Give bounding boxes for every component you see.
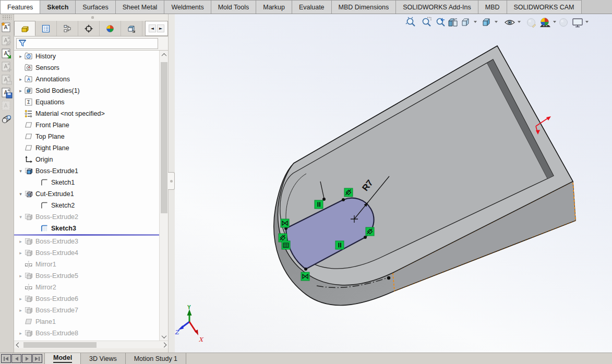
panel-collapse-handle[interactable] <box>168 172 175 190</box>
tab-evaluate[interactable]: Evaluate <box>292 0 332 14</box>
tree-item-boss-extrude6[interactable]: ▸Boss-Extrude6 <box>14 293 159 305</box>
tree-item-boss-extrude2[interactable]: ▾Boss-Extrude2 <box>14 211 159 223</box>
tree-item-boss-extrude3[interactable]: ▸Boss-Extrude3 <box>14 236 159 247</box>
tree-item-boss-extrude1[interactable]: ▾Boss-Extrude1 <box>14 165 159 177</box>
panel-filter-row <box>14 37 168 51</box>
tree-item-boss-extrude5[interactable]: ▸Boss-Extrude5 <box>14 270 159 282</box>
bottom-tab-3d-views[interactable]: 3D Views <box>81 353 126 364</box>
expand-arrow-icon[interactable]: ▸ <box>17 273 24 278</box>
nav-last-icon[interactable] <box>32 354 42 363</box>
relation-badge-parallel[interactable] <box>315 200 323 209</box>
expand-arrow-icon[interactable]: ▸ <box>17 250 24 256</box>
sketch-point[interactable] <box>342 198 345 201</box>
chain-dimension-icon[interactable] <box>1 113 13 125</box>
expand-arrow-icon[interactable]: ▸ <box>17 308 24 313</box>
nav-first-icon[interactable] <box>1 354 11 363</box>
tree-item-history[interactable]: ▸History <box>14 51 159 62</box>
tab-features[interactable]: Features <box>0 0 40 14</box>
tree-item-cut-extrude1[interactable]: ▾Cut-Extrude1 <box>14 188 159 200</box>
expand-arrow-icon[interactable]: ▾ <box>17 168 24 174</box>
tree-item-annotations[interactable]: ▸AAnnotations <box>14 74 159 85</box>
panel-tab-scrollers[interactable]: ◄► <box>145 21 168 36</box>
extrude-gray-icon <box>24 213 33 221</box>
tree-item-mirror2[interactable]: Mirror2 <box>14 282 159 293</box>
relation-badge-parallel[interactable] <box>335 241 344 249</box>
tree-item-solid-bodies-1[interactable]: ▸Solid Bodies(1) <box>14 85 159 96</box>
nav-next-icon[interactable] <box>22 354 32 363</box>
relation-badge-on-surface[interactable] <box>282 241 290 249</box>
style-new-icon[interactable]: A <box>1 21 13 34</box>
tree-item-origin[interactable]: Origin <box>14 154 159 165</box>
tree-filter-input[interactable] <box>16 38 158 49</box>
tab-solidworks-cam[interactable]: SOLIDWORKS CAM <box>507 0 582 14</box>
tab-sketch[interactable]: Sketch <box>40 0 76 14</box>
nav-previous-icon[interactable] <box>11 354 21 363</box>
hscroll-thumb[interactable] <box>23 342 97 348</box>
tree-item-mirror1[interactable]: Mirror1 <box>14 259 159 270</box>
mirror-icon <box>24 283 33 292</box>
expand-arrow-icon[interactable]: ▸ <box>17 296 24 301</box>
bottom-tab-model[interactable]: Model <box>44 353 81 364</box>
tab-surfaces[interactable]: Surfaces <box>75 0 115 14</box>
tab-weldments[interactable]: Weldments <box>164 0 211 14</box>
tree-item-sketch2[interactable]: Sketch2 <box>14 200 159 211</box>
relation-badge-tangent[interactable] <box>366 227 374 236</box>
graphics-viewport[interactable]: R7 <box>175 14 612 353</box>
expand-arrow-icon[interactable]: ▾ <box>17 191 24 197</box>
panel-tab-cam-feature-tree[interactable] <box>121 21 142 36</box>
tree-item-top-plane[interactable]: Top Plane <box>14 131 159 142</box>
tabs-scroll-right[interactable]: ► <box>157 25 164 32</box>
style-save-icon[interactable]: A <box>1 87 13 99</box>
scroll-left-icon[interactable] <box>14 341 22 349</box>
relation-badge-intersection[interactable] <box>301 272 309 281</box>
sketch-point[interactable] <box>364 236 367 239</box>
cut-icon <box>24 190 33 198</box>
tree-item-label: Equations <box>35 99 65 106</box>
relation-badge-tangent[interactable] <box>344 188 353 197</box>
panel-tab-displaymanager[interactable] <box>100 21 121 36</box>
panel-tab-dimxpertmanager[interactable] <box>78 21 100 36</box>
expand-arrow-icon[interactable]: ▸ <box>17 239 24 244</box>
expand-arrow-icon[interactable]: ▸ <box>17 77 24 82</box>
tree-item-boss-extrude8[interactable]: ▸Boss-Extrude8 <box>14 327 159 339</box>
sketch-point[interactable] <box>304 268 307 271</box>
scroll-down-icon[interactable] <box>160 332 169 341</box>
expand-arrow-icon[interactable]: ▸ <box>17 88 24 93</box>
extrude-icon <box>24 167 33 175</box>
tree-item-right-plane[interactable]: Right Plane <box>14 142 159 154</box>
expand-arrow-icon[interactable]: ▸ <box>17 54 24 59</box>
toolbar-grip[interactable] <box>2 15 11 19</box>
tree-item-sensors[interactable]: Sensors <box>14 62 159 74</box>
panel-grip[interactable] <box>14 14 168 21</box>
tree-item-plane1[interactable]: Plane1 <box>14 316 159 327</box>
scroll-up-icon[interactable] <box>160 51 169 59</box>
tree-item-equations[interactable]: ΣEquations <box>14 96 159 108</box>
tree-vertical-scrollbar[interactable] <box>159 51 168 341</box>
panel-tab-configurationmanager[interactable] <box>57 21 78 36</box>
tree-item-boss-extrude4[interactable]: ▸Boss-Extrude4 <box>14 247 159 259</box>
bottom-tab-motion-study-1[interactable]: Motion Study 1 <box>126 353 186 364</box>
tree-item-front-plane[interactable]: Front Plane <box>14 119 159 131</box>
tree-item-sketch1[interactable]: Sketch1 <box>14 177 159 188</box>
tab-markup[interactable]: Markup <box>256 0 292 14</box>
style-load-icon[interactable]: A <box>1 47 13 60</box>
panel-splitter[interactable] <box>168 14 175 353</box>
tab-sheet-metal[interactable]: Sheet Metal <box>115 0 165 14</box>
svg-text:A: A <box>4 38 8 43</box>
expand-arrow-icon[interactable]: ▸ <box>17 331 24 336</box>
relation-badge-intersection[interactable] <box>281 219 289 227</box>
tab-mold-tools[interactable]: Mold Tools <box>211 0 257 14</box>
scroll-right-icon[interactable] <box>160 341 168 349</box>
tab-mbd[interactable]: MBD <box>478 0 507 14</box>
expand-arrow-icon[interactable]: ▾ <box>17 214 24 220</box>
panel-tab-featuremanager-design-tree[interactable] <box>14 21 35 36</box>
tab-solidworks-add-ins[interactable]: SOLIDWORKS Add-Ins <box>395 0 478 14</box>
tree-item-sketch3[interactable]: Sketch3 <box>14 223 159 234</box>
panel-tab-propertymanager[interactable] <box>35 21 57 36</box>
vscroll-thumb[interactable] <box>161 62 167 213</box>
tree-item-material-not-specified[interactable]: Material <not specified> <box>14 108 159 119</box>
tabs-scroll-left[interactable]: ◄ <box>149 25 156 32</box>
tree-horizontal-scrollbar[interactable] <box>14 341 168 348</box>
tree-item-boss-extrude7[interactable]: ▸Boss-Extrude7 <box>14 305 159 316</box>
tab-mbd-dimensions[interactable]: MBD Dimensions <box>331 0 397 14</box>
